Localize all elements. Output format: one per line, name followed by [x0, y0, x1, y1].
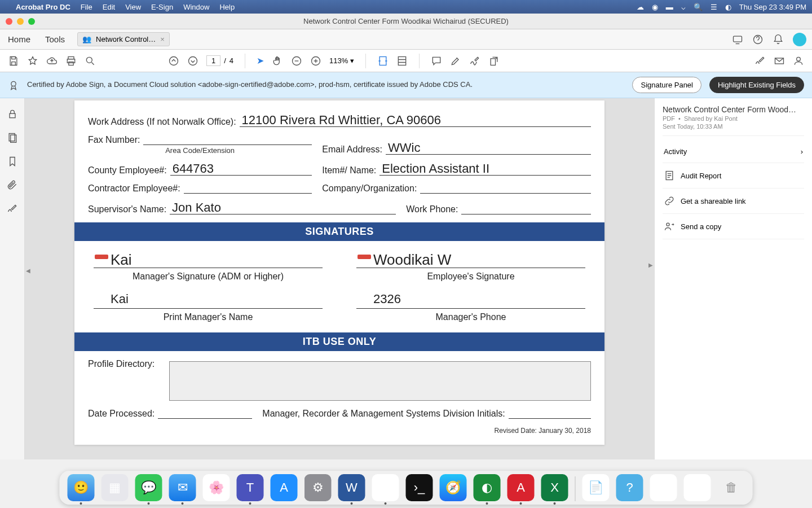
profile-directory-field[interactable] [169, 361, 591, 401]
attachment-icon[interactable] [7, 179, 18, 191]
sign-panel-icon[interactable] [7, 203, 18, 214]
document-viewport[interactable]: Work Address (If not Norwalk Office): 12… [25, 98, 654, 459]
email-icon[interactable] [774, 55, 785, 67]
comment-icon[interactable] [431, 55, 442, 67]
share-screen-icon[interactable] [732, 34, 743, 45]
zoom-dropdown-icon[interactable]: ▾ [350, 56, 354, 65]
dock-safari[interactable]: 🧭 [440, 474, 467, 501]
dock-launchpad[interactable]: ▦ [102, 474, 129, 501]
status-cloud-icon[interactable]: ☁︎ [637, 3, 644, 11]
tab-tools[interactable]: Tools [43, 31, 67, 47]
dock-settings[interactable]: ⚙︎ [304, 474, 332, 501]
highlight-fields-button[interactable]: Highlight Existing Fields [709, 77, 804, 93]
dock-photos[interactable]: 🌸 [203, 474, 230, 501]
app-name[interactable]: Acrobat Pro DC [16, 3, 70, 11]
status-control-icon[interactable]: ☰ [710, 3, 717, 11]
dock-appstore[interactable]: A [271, 474, 298, 501]
window-close-button[interactable] [6, 18, 12, 25]
fit-width-icon[interactable] [377, 55, 389, 67]
dock-finder[interactable]: 🙂 [68, 474, 95, 501]
status-search-icon[interactable]: 🔍 [694, 3, 703, 11]
sign-tool-icon[interactable] [469, 55, 480, 67]
hand-tool-icon[interactable] [272, 55, 283, 67]
window-minimize-button[interactable] [17, 18, 24, 25]
menu-esign[interactable]: E-Sign [151, 3, 173, 11]
lock-icon[interactable] [7, 108, 18, 120]
mgr-initials-value[interactable] [509, 418, 591, 419]
page-up-icon[interactable] [168, 55, 179, 67]
dock-terminal[interactable]: ›_ [406, 474, 433, 501]
date-processed-value[interactable] [158, 418, 252, 419]
dock-acrobat[interactable]: A [508, 474, 535, 501]
status-siri-icon[interactable]: ◐ [725, 3, 731, 11]
work-address-value[interactable]: 12100 Rivera Rd Whittier, CA 90606 [240, 114, 591, 127]
fill-sign-icon[interactable] [754, 55, 766, 67]
select-tool-icon[interactable]: ➤ [257, 55, 264, 66]
menu-file[interactable]: File [81, 3, 92, 11]
profile-avatar[interactable] [793, 33, 806, 46]
dock-word[interactable]: W [338, 474, 365, 501]
dock-folder-1[interactable]: 🗂 [650, 474, 677, 501]
menu-help[interactable]: Help [219, 3, 235, 11]
dock-help[interactable]: ? [616, 474, 643, 501]
menu-window[interactable]: Window [183, 3, 209, 11]
cloud-upload-icon[interactable] [46, 55, 58, 67]
county-emp-value[interactable]: 644763 [170, 163, 312, 176]
page-current[interactable]: 1 [206, 55, 220, 66]
svg-rect-0 [734, 36, 742, 42]
status-record-icon[interactable]: ◉ [652, 3, 658, 11]
menu-view[interactable]: View [125, 3, 141, 11]
menubar-clock[interactable]: Thu Sep 23 3:49 PM [739, 3, 806, 11]
email-value[interactable]: WWic [386, 142, 591, 155]
manager-phone[interactable]: 2326 [356, 292, 585, 309]
bookmark-icon[interactable] [7, 156, 18, 167]
window-zoom-button[interactable] [28, 18, 35, 25]
page-down-icon[interactable] [187, 55, 198, 67]
sidebar-share-link[interactable]: Get a shareable link [663, 189, 804, 214]
print-icon[interactable] [65, 55, 77, 67]
dock-textedit[interactable]: 📄 [582, 474, 610, 501]
dock-teams[interactable]: T [237, 474, 264, 501]
zoom-in-icon[interactable] [310, 55, 321, 67]
dock-chrome[interactable]: ◯ [372, 474, 399, 501]
page-display-icon[interactable] [396, 55, 408, 67]
document-tab[interactable]: 👥 Network Control… × [77, 32, 170, 46]
contractor-value[interactable] [184, 193, 312, 194]
tab-home[interactable]: Home [6, 31, 33, 47]
bell-icon[interactable] [773, 34, 784, 45]
star-icon[interactable] [27, 55, 38, 67]
status-battery-icon[interactable]: ▬ [666, 3, 673, 11]
help-icon[interactable] [752, 34, 764, 45]
menu-edit[interactable]: Edit [103, 3, 115, 11]
search-icon[interactable] [85, 55, 96, 67]
profile-tool-icon[interactable] [793, 55, 804, 67]
rotate-icon[interactable] [488, 55, 500, 67]
workphone-value[interactable] [461, 214, 591, 214]
status-wifi-icon[interactable]: ⌵ [681, 3, 686, 11]
highlight-tool-icon[interactable] [450, 55, 461, 67]
pages-panel-icon[interactable] [7, 132, 18, 143]
dock-mail[interactable]: ✉︎ [169, 474, 196, 501]
zoom-level[interactable]: 113% [329, 56, 348, 65]
expand-right-icon[interactable]: ▶ [648, 262, 653, 268]
print-manager-name[interactable]: Kai [94, 292, 323, 309]
zoom-out-icon[interactable] [291, 55, 302, 67]
svg-point-6 [170, 56, 178, 65]
dock-trash[interactable]: 🗑 [718, 474, 745, 501]
item-name-value[interactable]: Election Assistant II [379, 163, 591, 176]
dock-folder-2[interactable]: 🗂 [684, 474, 711, 501]
dock-messages[interactable]: 💬 [135, 474, 162, 501]
supervisor-value[interactable]: Jon Kato [170, 202, 396, 214]
sidebar-activity[interactable]: Activity › [663, 141, 804, 163]
dock-excel[interactable]: X [541, 474, 568, 501]
save-icon[interactable] [8, 55, 19, 67]
fax-value[interactable] [143, 144, 312, 145]
dock-webex[interactable]: ◐ [474, 474, 501, 501]
expand-left-icon[interactable]: ◀ [26, 268, 30, 274]
signature-panel-button[interactable]: Signature Panel [632, 77, 701, 93]
svg-rect-11 [399, 56, 406, 65]
company-value[interactable] [420, 193, 591, 194]
sidebar-send-copy[interactable]: Send a copy [663, 214, 804, 239]
sidebar-audit-report[interactable]: Audit Report [663, 163, 804, 189]
close-tab-icon[interactable]: × [160, 35, 165, 43]
